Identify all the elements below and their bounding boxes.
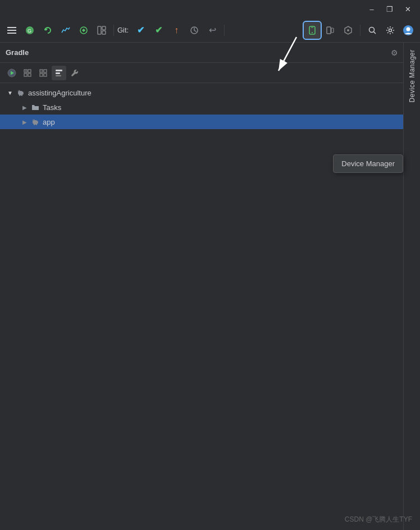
device-manager-tab[interactable]: Device Manager — [405, 43, 419, 109]
tree-tasks-item[interactable]: ▶ Tasks — [0, 100, 420, 115]
settings-icon[interactable] — [382, 22, 399, 39]
svg-rect-9 — [102, 31, 106, 34]
watermark: CSDN @飞腾人生TYF — [345, 515, 412, 524]
gradle-header: Gradle ⚙ ─ — [0, 43, 420, 63]
maximize-button[interactable]: ❐ — [382, 3, 398, 15]
main-toolbar: G Git: ✔ ✔ ↑ ↩ — [0, 18, 420, 43]
svg-point-41 — [19, 90, 19, 91]
device-manager-popup-label: Device Manager — [341, 159, 395, 168]
sync-project-icon[interactable] — [39, 22, 56, 39]
group-tasks-icon[interactable] — [52, 66, 66, 80]
search-icon[interactable] — [364, 22, 381, 39]
svg-text:G: G — [28, 28, 31, 34]
gradle-toolbar — [0, 63, 420, 83]
svg-rect-2 — [7, 33, 16, 34]
git-commit-icon[interactable]: ✔ — [150, 22, 167, 39]
svg-rect-15 — [331, 28, 334, 33]
gradle-panel: Gradle ⚙ ─ — [0, 43, 420, 530]
svg-point-17 — [347, 29, 349, 31]
root-elephant-icon — [16, 88, 26, 98]
device-manager-popup[interactable]: Device Manager — [333, 154, 403, 173]
svg-rect-37 — [56, 72, 60, 74]
tasks-folder-icon — [30, 102, 40, 112]
svg-point-20 — [389, 29, 392, 31]
gradle-wrench-icon[interactable] — [67, 66, 82, 80]
svg-rect-14 — [327, 27, 331, 34]
separator-2 — [224, 25, 225, 36]
gradle-tree: ▼ assistingAgriculture ▶ Tasks ▶ — [0, 83, 420, 131]
tasks-expand-arrow[interactable]: ▶ — [20, 103, 29, 112]
svg-rect-8 — [102, 26, 106, 30]
svg-rect-30 — [28, 74, 31, 76]
gradle-panel-title: Gradle — [6, 48, 387, 57]
main-content: Gradle ⚙ ─ — [0, 43, 420, 530]
git-revert-icon[interactable]: ↩ — [204, 22, 221, 39]
separator-3 — [360, 25, 360, 36]
tree-app-item[interactable]: ▶ app — [0, 115, 420, 129]
gradle-elephant-icon[interactable]: G — [21, 22, 38, 39]
svg-rect-7 — [98, 26, 101, 34]
device-manager3-icon[interactable] — [340, 22, 357, 39]
collapse-all-icon[interactable] — [36, 66, 51, 80]
profile-avatar-icon[interactable] — [400, 22, 417, 39]
root-label: assistingAgriculture — [28, 89, 92, 97]
svg-rect-1 — [7, 30, 16, 31]
expand-all-icon[interactable] — [20, 66, 35, 80]
git-label: Git: — [117, 26, 129, 34]
right-toolbar — [304, 22, 417, 39]
device-mirror-icon[interactable] — [322, 22, 339, 39]
profiler-icon[interactable] — [57, 22, 74, 39]
close-button[interactable]: ✕ — [400, 3, 416, 15]
layout-editor-icon[interactable] — [93, 22, 110, 39]
git-push-icon[interactable]: ↑ — [168, 22, 185, 39]
svg-rect-35 — [44, 74, 47, 76]
git-update-icon[interactable]: ✔ — [132, 22, 149, 39]
app-label: app — [43, 118, 55, 126]
separator-1 — [113, 25, 114, 36]
svg-rect-36 — [56, 70, 62, 71]
svg-point-44 — [33, 120, 34, 120]
svg-rect-0 — [7, 27, 16, 28]
svg-rect-29 — [24, 74, 27, 76]
svg-point-12 — [312, 32, 313, 33]
app-expand-arrow[interactable]: ▶ — [20, 117, 29, 126]
tasks-label: Tasks — [43, 103, 61, 112]
gradle-panel-settings-icon[interactable]: ⚙ — [387, 46, 401, 60]
svg-point-22 — [407, 27, 410, 31]
menu-icon[interactable] — [3, 22, 20, 39]
svg-rect-34 — [40, 74, 43, 76]
svg-line-19 — [374, 31, 376, 34]
svg-rect-28 — [28, 70, 31, 72]
svg-point-18 — [369, 27, 375, 32]
tree-root-item[interactable]: ▼ assistingAgriculture — [0, 85, 420, 100]
svg-point-40 — [18, 90, 20, 93]
sdk-manager-icon[interactable] — [75, 22, 92, 39]
right-sidebar: Device Manager — [403, 43, 420, 530]
gradle-run-icon[interactable] — [4, 66, 19, 80]
minimize-button[interactable]: – — [364, 3, 380, 15]
avd-manager-icon[interactable] — [304, 22, 321, 39]
root-expand-arrow[interactable]: ▼ — [6, 88, 15, 97]
app-elephant-icon — [30, 117, 40, 127]
svg-rect-33 — [44, 70, 47, 72]
svg-point-43 — [33, 120, 35, 122]
svg-rect-38 — [56, 75, 61, 76]
git-history-icon[interactable] — [186, 22, 203, 39]
title-bar: – ❐ ✕ — [0, 0, 420, 18]
